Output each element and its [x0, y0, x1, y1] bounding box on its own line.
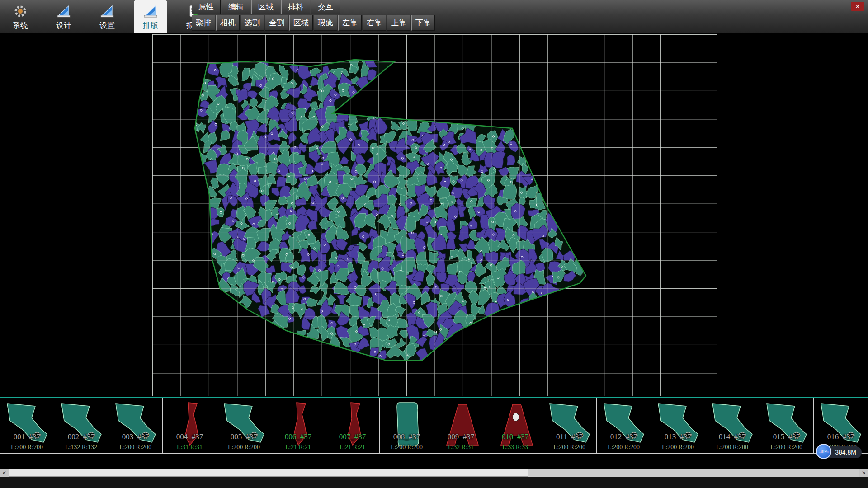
horizontal-scrollbar[interactable]: < >	[0, 469, 868, 477]
piece-label: 011_#37	[542, 432, 596, 441]
tab-label: 系统	[13, 22, 28, 29]
menu-edit-button[interactable]: 编辑	[222, 0, 250, 14]
piece-thumbnail-001[interactable]: 001_#37L:700 R:700	[0, 398, 54, 453]
piece-thumbnail-014[interactable]: 014_#37L:200 R:200	[705, 398, 760, 453]
piece-thumbnail-007[interactable]: 007_#37L:21 R:21	[326, 398, 380, 453]
menu-align-bottom-button[interactable]: 下靠	[411, 15, 435, 31]
piece-thumbnail-015[interactable]: 015_#37L:200 R:200	[760, 398, 814, 453]
tab-settings[interactable]: 设置	[90, 0, 124, 33]
piece-thumbnail-004[interactable]: 004_#37L:31 R:31	[163, 398, 217, 453]
piece-lr-count: L:200 R:200	[542, 444, 596, 451]
piece-lr-count: L:33 R:33	[488, 444, 542, 451]
set-square-icon	[143, 4, 158, 20]
menu-camera-button[interactable]: 相机	[216, 15, 240, 31]
workspace	[0, 33, 868, 397]
piece-thumbnail-003[interactable]: 003_#37L:200 R:200	[108, 398, 163, 453]
piece-label: 016_#37	[814, 432, 868, 441]
tab-design[interactable]: 设计	[47, 0, 80, 33]
set-square-icon	[57, 4, 71, 20]
piece-lr-count: L:200 R:200	[760, 444, 813, 451]
menu-region-button[interactable]: 区域	[251, 0, 280, 14]
piece-lr-count: L:132 R:132	[54, 444, 108, 451]
tab-layout[interactable]: 排版	[134, 0, 167, 33]
piece-lr-count: L:200 R:200	[380, 444, 434, 451]
menu-align-right-button[interactable]: 右靠	[363, 15, 386, 31]
app-window: 系统设计设置排版报表 属性编辑区域排料交互 聚排相机选割全割区域瑕疵左靠右靠上靠…	[0, 0, 868, 488]
main-tabs: 系统设计设置排版报表	[4, 0, 211, 33]
piece-thumbnail-006[interactable]: 006_#37L:21 R:21	[271, 398, 326, 453]
piece-list: 001_#37L:700 R:700002_#37L:132 R:132003_…	[0, 397, 868, 454]
piece-lr-count: L:200 R:200	[705, 444, 759, 451]
menu-properties-button[interactable]: 属性	[192, 0, 221, 14]
thumbnail-row: 001_#37L:700 R:700002_#37L:132 R:132003_…	[0, 398, 868, 454]
piece-label: 004_#37	[163, 432, 217, 441]
menu-row-1: 属性编辑区域排料交互	[192, 0, 436, 14]
piece-lr-count: L:21 R:21	[271, 444, 325, 451]
piece-thumbnail-002[interactable]: 002_#37L:132 R:132	[54, 398, 108, 453]
piece-label: 006_#37	[271, 432, 325, 441]
gear-icon	[13, 4, 28, 20]
menu-bar: 属性编辑区域排料交互 聚排相机选割全割区域瑕疵左靠右靠上靠下靠	[192, 0, 436, 31]
nesting-viewport[interactable]	[152, 34, 717, 396]
piece-thumbnail-011[interactable]: 011_#37L:200 R:200	[542, 398, 597, 453]
menu-zone-button[interactable]: 区域	[289, 15, 313, 31]
piece-label: 003_#37	[108, 432, 162, 441]
scroll-thumb[interactable]	[9, 469, 528, 477]
menu-select-cut-button[interactable]: 选割	[241, 15, 264, 31]
piece-thumbnail-010[interactable]: 010_#37L:33 R:33	[488, 398, 542, 453]
tab-label: 设置	[99, 22, 115, 29]
piece-thumbnail-012[interactable]: 012_#37L:200 R:200	[597, 398, 651, 453]
memory-status: 38% 384.8M	[819, 446, 862, 458]
piece-lr-count: L:200 R:200	[597, 444, 651, 451]
menu-row-2: 聚排相机选割全割区域瑕疵左靠右靠上靠下靠	[192, 15, 436, 31]
piece-label: 013_#37	[651, 432, 705, 441]
close-button[interactable]: ✕	[851, 2, 864, 11]
piece-thumbnail-005[interactable]: 005_#37L:200 R:200	[217, 398, 271, 453]
set-square-icon	[100, 4, 114, 20]
piece-label: 015_#37	[760, 432, 813, 441]
menu-nesting-button[interactable]: 排料	[281, 0, 310, 14]
scroll-right-button[interactable]: >	[859, 469, 868, 477]
tab-label: 设计	[56, 22, 71, 29]
progress-badge: 38%	[816, 444, 831, 459]
piece-lr-count: L:21 R:21	[326, 444, 379, 451]
piece-thumbnail-013[interactable]: 013_#37L:200 R:200	[651, 398, 705, 453]
tab-label: 排版	[143, 22, 158, 29]
piece-label: 002_#37	[54, 432, 108, 441]
piece-label: 001_#37	[0, 432, 54, 441]
menu-align-left-button[interactable]: 左靠	[338, 15, 362, 31]
tab-system[interactable]: 系统	[4, 0, 37, 33]
menu-defect-button[interactable]: 瑕疵	[314, 15, 337, 31]
piece-thumbnail-008[interactable]: 008_#37L:200 R:200	[380, 398, 434, 453]
piece-lr-count: L:200 R:200	[651, 444, 705, 451]
piece-label: 012_#37	[597, 432, 651, 441]
piece-label: 014_#37	[705, 432, 759, 441]
piece-lr-count: L:200 R:200	[217, 444, 271, 451]
piece-label: 008_#37	[380, 432, 434, 441]
minimize-button[interactable]: —	[834, 2, 847, 11]
piece-label: 010_#37	[488, 432, 542, 441]
piece-label: 007_#37	[326, 432, 379, 441]
piece-lr-count: L:200 R:200	[108, 444, 162, 451]
window-controls: — ✕	[834, 2, 864, 11]
piece-thumbnail-009[interactable]: 009_#37L:32 R:31	[434, 398, 488, 453]
piece-lr-count: L:700 R:700	[0, 444, 54, 451]
menu-cluster-nest-button[interactable]: 聚排	[192, 15, 215, 31]
menu-interaction-button[interactable]: 交互	[311, 0, 340, 14]
piece-label: 009_#37	[434, 432, 488, 441]
scroll-left-button[interactable]: <	[0, 469, 9, 477]
piece-label: 005_#37	[217, 432, 271, 441]
piece-lr-count: L:31 R:31	[163, 444, 217, 451]
menu-cut-all-button[interactable]: 全割	[265, 15, 288, 31]
bottom-filler	[0, 477, 868, 488]
memory-value: 384.8M	[835, 449, 856, 456]
piece-lr-count: L:32 R:31	[434, 444, 488, 451]
menu-align-top-button[interactable]: 上靠	[387, 15, 410, 31]
toolbar: 系统设计设置排版报表 属性编辑区域排料交互 聚排相机选割全割区域瑕疵左靠右靠上靠…	[0, 0, 868, 33]
